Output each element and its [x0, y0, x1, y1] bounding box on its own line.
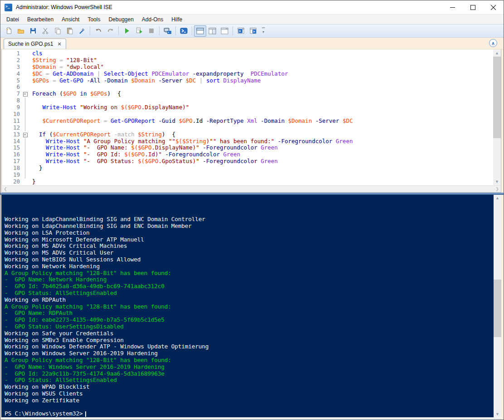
code-line: 4$DC = Get-ADDomain | Select-Object PDCE…	[2, 71, 493, 77]
script-tab-label: Suche in GPO.ps1	[8, 41, 53, 47]
line-number: 14	[2, 138, 22, 145]
run-script-button[interactable]	[121, 25, 133, 37]
code-text	[29, 125, 32, 131]
code-fold-icon[interactable]	[22, 131, 29, 138]
editor-vertical-scrollbar[interactable]: ▲ ▼	[493, 49, 501, 185]
open-script-button[interactable]	[15, 25, 27, 37]
console-pane: Working on LdapChannelBinding SIG and EN…	[0, 195, 504, 420]
console-line: Working on LdapChannelBinding SIG and EN…	[5, 223, 494, 230]
code-text: $CurrentGPOReport = Get-GPOReport -Guid …	[29, 118, 353, 125]
console-line: - GPO Id: 7b4025a8-d36a-49db-bc69-741aab…	[5, 283, 494, 290]
script-tab-strip: Suche in GPO.ps1 ✕ ∧	[0, 38, 504, 49]
line-number: 11	[2, 118, 22, 125]
menu-item-addons[interactable]: Add-Ons	[138, 15, 167, 24]
console-line: - GPO Status: AllSettingsEnabled	[5, 377, 494, 384]
line-number: 6	[2, 84, 22, 91]
text-cursor	[85, 411, 86, 417]
paste-button[interactable]	[63, 25, 76, 37]
copy-button[interactable]	[51, 25, 63, 37]
fold-gutter	[22, 57, 29, 64]
console-line: - GPO Id: 22a9c11b-73f5-4174-9aa6-5d3a16…	[5, 371, 494, 377]
stop-operation-button[interactable]	[145, 25, 157, 37]
code-text: Write-Host "- GPO Id: $($GPO.Id)" -Foreg…	[29, 151, 240, 158]
stop-square-icon	[148, 27, 155, 34]
collapse-script-pane-button[interactable]: ∧	[489, 39, 497, 47]
menu-item-ansicht[interactable]: Ansicht	[58, 15, 83, 24]
maximize-button[interactable]	[463, 1, 483, 14]
remote-computer-icon	[164, 27, 172, 34]
run-play-icon	[123, 27, 131, 34]
start-powershell-button[interactable]	[178, 25, 190, 37]
undo-button[interactable]	[92, 25, 104, 37]
console-line: A Group Policy matching "128-Bit" has be…	[5, 357, 494, 364]
run-selection-icon	[136, 27, 143, 34]
console-line: Working on Safe your Credentials	[5, 330, 494, 337]
save-button[interactable]	[27, 25, 39, 37]
code-line: 9 Write-Host "Working on $($GPO.DisplayN…	[2, 104, 493, 111]
menu-item-debuggen[interactable]: Debuggen	[104, 15, 137, 24]
fold-gutter	[22, 104, 29, 111]
fold-gutter	[22, 111, 29, 118]
scroll-up-icon[interactable]: ▲	[494, 195, 501, 202]
console-line: Working on Windows Server 2016-2019 Hard…	[5, 350, 494, 357]
editor-horizontal-scrollbar[interactable]: ❮ ❯	[2, 185, 501, 192]
show-script-pane-maximized-button[interactable]	[218, 25, 231, 37]
editor-lines[interactable]: 1cls2$String = "128-Bit"3$Domain = "dwp.…	[2, 49, 493, 185]
console-prompt[interactable]: PS C:\Windows\system32>	[5, 410, 494, 417]
scroll-up-icon[interactable]: ▲	[493, 49, 501, 56]
run-selection-button[interactable]	[133, 25, 145, 37]
scroll-down-icon[interactable]: ▼	[494, 410, 501, 417]
fold-gutter	[22, 158, 29, 165]
show-script-pane-right-button[interactable]	[206, 25, 218, 37]
menu-bar: Datei Bearbeiten Ansicht Tools Debuggen …	[0, 14, 504, 24]
scroll-down-icon[interactable]: ▼	[493, 179, 501, 185]
console-line: Working on Microsoft Defender ATP Manuel…	[5, 237, 494, 243]
new-script-button[interactable]	[2, 25, 15, 37]
console-line: Working on Network Hardening	[5, 263, 494, 270]
line-number: 3	[2, 64, 22, 71]
console-horizontal-scrollbar[interactable]: ❮ ❯	[1, 417, 501, 420]
menu-item-bearbeiten[interactable]: Bearbeiten	[23, 15, 58, 24]
code-line: 11 $CurrentGPOReport = Get-GPOReport -Gu…	[2, 118, 493, 125]
scroll-left-icon[interactable]: ❮	[2, 186, 9, 192]
code-fold-icon[interactable]	[22, 91, 29, 97]
console-scrollbar-thumb[interactable]	[494, 280, 501, 338]
tab-close-icon[interactable]: ✕	[57, 42, 61, 47]
code-text: $String = "128-Bit"	[29, 57, 97, 64]
console-vertical-scrollbar[interactable]: ▲ ▼	[494, 195, 501, 417]
cut-button[interactable]	[39, 25, 51, 37]
editor-scrollbar-thumb[interactable]	[493, 57, 501, 138]
script-tab[interactable]: Suche in GPO.ps1 ✕	[4, 39, 66, 49]
console-output[interactable]: Working on LdapChannelBinding SIG and EN…	[1, 195, 494, 417]
scroll-left-icon[interactable]: ❮	[1, 418, 9, 420]
layout-top-icon	[196, 28, 204, 34]
menu-item-hilfe[interactable]: Hilfe	[167, 15, 186, 24]
close-button[interactable]	[483, 1, 504, 14]
menu-item-datei[interactable]: Datei	[2, 15, 23, 24]
console-line: Working on Zertifikate	[5, 397, 494, 404]
menu-item-tools[interactable]: Tools	[83, 15, 104, 24]
minimize-button[interactable]	[442, 1, 463, 14]
line-number: 15	[2, 145, 22, 151]
show-script-pane-top-button[interactable]	[194, 25, 206, 37]
clear-console-pane-button[interactable]	[76, 25, 88, 37]
toolbar-overflow-button[interactable]: ▔▾	[260, 26, 267, 36]
powershell-logo-icon	[180, 27, 188, 34]
scroll-right-icon[interactable]: ❯	[494, 186, 501, 192]
show-script-pane-toggle-2-button[interactable]	[247, 25, 259, 37]
console-line: - GPO Status: AllSettingsEnabled	[5, 290, 494, 297]
new-remote-powershell-tab-button[interactable]	[161, 25, 174, 37]
code-line: 10	[2, 111, 493, 118]
show-script-pane-toggle-1-button[interactable]	[235, 25, 247, 37]
code-text: Write-Host "Working on $($GPO.DisplayNam…	[29, 104, 189, 111]
redo-button[interactable]	[104, 25, 116, 37]
fold-gutter	[22, 151, 29, 158]
line-number: 17	[2, 158, 22, 165]
line-number: 7	[2, 91, 22, 97]
code-text: Write-Host "- GPO Status: $($GPO.GpoStat…	[29, 158, 278, 165]
scroll-right-icon[interactable]: ❯	[494, 418, 501, 420]
layout-right-icon	[208, 28, 216, 34]
redo-arrow-icon	[107, 27, 114, 34]
code-line: 15 Write-Host "- GPO Name: $($GPO.Displa…	[2, 145, 493, 151]
line-number: 18	[2, 165, 22, 172]
